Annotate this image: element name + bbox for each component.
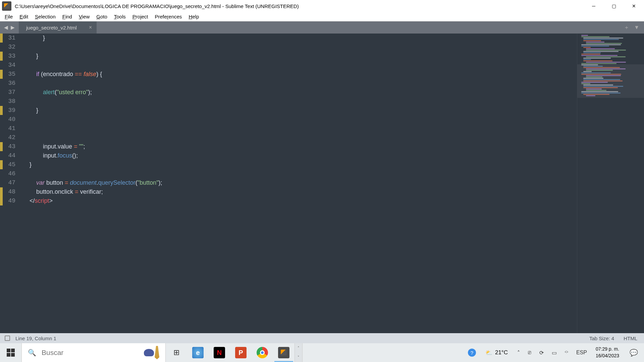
line-number[interactable]: 46	[3, 169, 15, 178]
menu-preferences[interactable]: Preferences	[151, 13, 185, 20]
weather-icon: ⛅	[485, 349, 492, 356]
tab-bar: ◀ ▶ juego_secreto_v2.html × ＋ ▼	[0, 21, 644, 34]
line-number[interactable]: 48	[3, 187, 15, 196]
tab-close-icon[interactable]: ×	[89, 24, 92, 31]
line-number[interactable]: 43	[3, 142, 15, 151]
taskbar-app-ie[interactable]: e	[187, 343, 209, 362]
code-line[interactable]	[19, 97, 577, 106]
code-line[interactable]	[19, 79, 577, 88]
line-number[interactable]: 47	[3, 178, 15, 187]
tray-update-icon[interactable]: ⟳	[536, 343, 547, 362]
code-line[interactable]: }	[19, 52, 577, 61]
tray-battery-icon[interactable]: ▭	[548, 343, 560, 362]
maximize-button[interactable]: ▢	[604, 0, 624, 12]
tray-language[interactable]: ESP	[573, 343, 590, 362]
code-line[interactable]: }	[19, 106, 577, 115]
tray-display-icon[interactable]: ⎚	[525, 343, 535, 362]
code-line[interactable]: }	[19, 160, 577, 169]
code-line[interactable]	[19, 133, 577, 142]
menu-goto[interactable]: Goto	[93, 13, 111, 20]
line-number[interactable]: 33	[3, 52, 15, 61]
tray-chevron-icon[interactable]: ˄	[514, 343, 523, 362]
modified-line-marker	[0, 196, 3, 205]
code-line[interactable]: }	[19, 34, 577, 43]
menu-edit[interactable]: Edit	[16, 13, 32, 20]
line-number[interactable]: 39	[3, 106, 15, 115]
close-button[interactable]: ✕	[624, 0, 644, 12]
line-number[interactable]: 37	[3, 88, 15, 97]
taskbar-search[interactable]: 🔍	[21, 343, 166, 362]
tab-history-nav[interactable]: ◀ ▶	[0, 21, 19, 34]
code-line[interactable]: button.onclick = verificar;	[19, 187, 577, 196]
new-tab-icon[interactable]: ＋	[624, 24, 629, 31]
menu-bar: FileEditSelectionFindViewGotoToolsProjec…	[0, 12, 644, 21]
line-number[interactable]: 31	[3, 34, 15, 43]
tab-size[interactable]: Tab Size: 4	[587, 336, 616, 341]
taskbar-app-netflix[interactable]: N	[209, 343, 230, 362]
weather-temp: 21°C	[495, 349, 508, 356]
task-view-button[interactable]: ⊞	[166, 343, 187, 362]
menu-file[interactable]: File	[1, 13, 16, 20]
line-number[interactable]: 44	[3, 151, 15, 160]
line-number[interactable]: 36	[3, 79, 15, 88]
menu-find[interactable]: Find	[59, 13, 75, 20]
syntax-mode[interactable]: HTML	[622, 336, 639, 341]
tray-wifi-icon[interactable]: ⌔	[561, 343, 572, 362]
windows-logo-icon	[7, 349, 15, 357]
modified-line-marker	[0, 142, 3, 151]
tab-dropdown-icon[interactable]: ▼	[634, 24, 639, 31]
code-line[interactable]	[19, 43, 577, 52]
line-number[interactable]: 49	[3, 196, 15, 205]
code-line[interactable]: input.value = "";	[19, 142, 577, 151]
code-line[interactable]: if (encontrado == false) {	[19, 70, 577, 79]
line-number[interactable]: 35	[3, 70, 15, 79]
nav-back-icon[interactable]: ◀	[4, 24, 8, 31]
taskbar-scroll[interactable]: ˄˅	[294, 343, 303, 362]
line-number[interactable]: 40	[3, 115, 15, 124]
line-number[interactable]: 45	[3, 160, 15, 169]
line-number[interactable]: 34	[3, 61, 15, 70]
modified-line-marker	[0, 52, 3, 61]
minimize-button[interactable]: ─	[584, 0, 604, 12]
menu-tools[interactable]: Tools	[111, 13, 129, 20]
file-tab[interactable]: juego_secreto_v2.html ×	[19, 21, 97, 34]
tray-weather[interactable]: ⛅ 21°C	[481, 349, 513, 356]
line-number[interactable]: 41	[3, 124, 15, 133]
modified-line-marker	[0, 160, 3, 169]
code-line[interactable]: var button = document.querySelector("but…	[19, 178, 577, 187]
menu-help[interactable]: Help	[185, 13, 202, 20]
line-number[interactable]: 42	[3, 133, 15, 142]
code-line[interactable]	[19, 61, 577, 70]
line-number[interactable]: 32	[3, 43, 15, 52]
panel-switcher-icon[interactable]	[5, 336, 10, 341]
taskbar-app-powerpoint[interactable]: P	[230, 343, 252, 362]
code-line[interactable]	[19, 115, 577, 124]
search-input[interactable]	[42, 349, 139, 357]
minimap[interactable]	[577, 34, 644, 349]
taskbar-app-sublime[interactable]	[273, 343, 294, 362]
code-line[interactable]: alert("usted erro");	[19, 88, 577, 97]
menu-selection[interactable]: Selection	[32, 13, 59, 20]
nav-forward-icon[interactable]: ▶	[11, 24, 15, 31]
window-titlebar: C:\Users\areye\OneDrive\Documentos\LOGIC…	[0, 0, 644, 12]
menu-view[interactable]: View	[75, 13, 93, 20]
code-content[interactable]: } } if (encontrado == false) { alert("us…	[19, 34, 577, 205]
code-line[interactable]	[19, 169, 577, 178]
code-line[interactable]: </script>	[19, 196, 577, 205]
search-icon: 🔍	[28, 349, 36, 357]
menu-project[interactable]: Project	[129, 13, 152, 20]
tray-notifications-icon[interactable]: 💬	[625, 343, 643, 362]
code-line[interactable]	[19, 124, 577, 133]
line-number[interactable]: 38	[3, 97, 15, 106]
taskbar-app-chrome[interactable]	[252, 343, 273, 362]
line-number-gutter[interactable]: 31323334353637383940414243444546474849	[3, 34, 19, 205]
tray-help-icon[interactable]: ?	[465, 343, 479, 362]
tray-clock[interactable]: 07:29 p. m. 16/04/2023	[592, 346, 623, 359]
modified-line-marker	[0, 70, 3, 79]
minimap-viewport[interactable]	[577, 64, 644, 98]
code-editor[interactable]: 31323334353637383940414243444546474849 }…	[0, 34, 577, 349]
start-button[interactable]	[0, 343, 21, 362]
cursor-position[interactable]: Line 19, Column 1	[13, 336, 58, 341]
code-line[interactable]: input.focus();	[19, 151, 577, 160]
modified-line-marker	[0, 187, 3, 196]
